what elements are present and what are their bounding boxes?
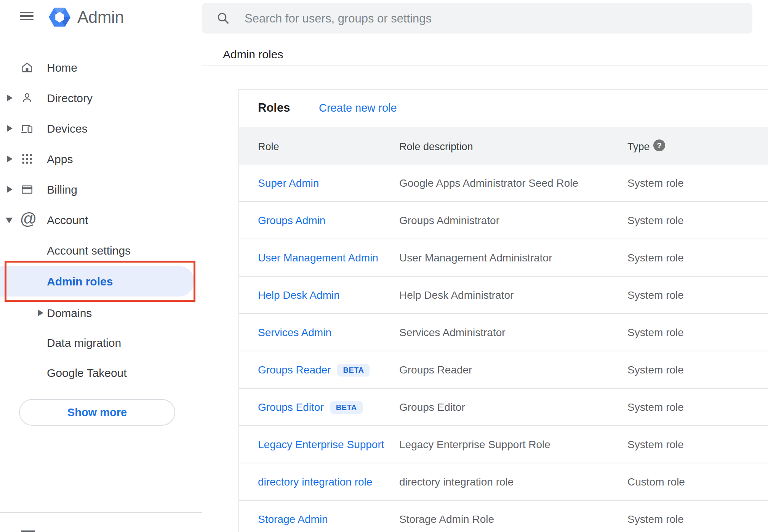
roles-card: Roles Create new role Role Role descript… <box>238 89 768 532</box>
chevron-right-icon <box>7 125 13 132</box>
role-link[interactable]: Help Desk Admin <box>258 289 340 301</box>
sidebar-item-data-migration[interactable]: Data migration <box>0 327 202 358</box>
role-description: Groups Reader <box>399 364 472 376</box>
billing-card-icon <box>21 183 34 196</box>
apps-grid-icon <box>21 152 34 165</box>
role-description: Groups Administrator <box>399 215 499 227</box>
sidebar-item-domains[interactable]: Domains <box>0 298 202 328</box>
beta-badge: BETA <box>330 401 363 414</box>
role-type: System role <box>627 327 684 339</box>
role-link[interactable]: Groups Reader <box>258 364 331 376</box>
sidebar-item-apps[interactable]: Apps <box>0 144 202 174</box>
sidebar-item-directory[interactable]: Directory <box>0 83 202 113</box>
sidebar-item-devices[interactable]: Devices <box>0 113 202 144</box>
role-link[interactable]: Legacy Enterprise Support <box>258 439 384 451</box>
table-row: Groups EditorBETA Groups Editor System r… <box>239 389 768 426</box>
role-description: Groups Editor <box>399 401 465 413</box>
role-type: System role <box>627 252 684 264</box>
column-header-role: Role <box>258 141 279 153</box>
product-name: Admin <box>77 8 124 27</box>
table-row: Super Admin Google Apps Administrator Se… <box>239 165 768 202</box>
role-type: System role <box>627 513 684 526</box>
google-admin-logo <box>49 7 70 27</box>
role-description: Services Administrator <box>399 327 506 339</box>
role-description: directory integration role <box>399 476 514 488</box>
sidebar-item-account[interactable]: @ Account <box>0 205 202 235</box>
clipped-sidebar-icon <box>21 530 35 532</box>
beta-badge: BETA <box>337 364 370 377</box>
create-new-role-link[interactable]: Create new role <box>319 102 397 114</box>
column-header-role-description: Role description <box>399 141 473 153</box>
chevron-right-icon <box>7 155 13 162</box>
role-type: System role <box>627 289 684 301</box>
table-row: User Management Admin User Management Ad… <box>239 239 768 277</box>
person-icon <box>21 91 34 104</box>
chevron-right-icon <box>38 309 43 316</box>
breadcrumb: Admin roles <box>223 48 283 61</box>
sidebar-divider <box>0 512 202 513</box>
annotation-highlight-box <box>5 261 195 302</box>
role-type: System role <box>627 364 684 376</box>
card-title: Roles <box>258 101 290 115</box>
role-description: Legacy Enterprise Support Role <box>399 439 550 451</box>
table-row: Groups ReaderBETA Groups Reader System r… <box>239 351 768 389</box>
search-input[interactable]: Search for users, groups or settings <box>202 3 752 34</box>
table-row: Groups Admin Groups Administrator System… <box>239 202 768 239</box>
hamburger-menu-icon[interactable] <box>20 11 34 21</box>
table-row: Storage Admin Storage Admin Role System … <box>239 501 768 532</box>
chevron-right-icon <box>7 186 13 193</box>
sidebar-item-google-takeout[interactable]: Google Takeout <box>0 357 202 388</box>
role-description: Storage Admin Role <box>399 513 494 526</box>
search-placeholder: Search for users, groups or settings <box>245 12 432 26</box>
show-more-button[interactable]: Show more <box>19 399 175 426</box>
sidebar-item-billing[interactable]: Billing <box>0 174 202 205</box>
table-row: Help Desk Admin Help Desk Administrator … <box>239 277 768 314</box>
role-link[interactable]: User Management Admin <box>258 252 378 264</box>
table-row: Legacy Enterprise Support Legacy Enterpr… <box>239 426 768 463</box>
role-type: System role <box>627 401 684 413</box>
sidebar-item-home[interactable]: Home <box>0 52 202 83</box>
table-row: Services Admin Services Administrator Sy… <box>239 314 768 351</box>
role-link[interactable]: Groups Editor <box>258 401 324 413</box>
home-icon <box>21 61 34 74</box>
devices-icon <box>21 122 34 135</box>
chevron-down-icon <box>6 218 13 223</box>
role-type: System role <box>627 215 684 227</box>
role-link[interactable]: Storage Admin <box>258 513 328 526</box>
table-header: Role Role description Type ? <box>239 127 768 165</box>
role-link[interactable]: directory integration role <box>258 476 372 488</box>
help-icon[interactable]: ? <box>653 139 665 151</box>
role-type: Custom role <box>627 476 685 488</box>
column-header-type: Type <box>627 141 650 153</box>
role-description: Help Desk Administrator <box>399 289 514 301</box>
role-link[interactable]: Super Admin <box>258 177 319 189</box>
role-description: User Management Administrator <box>399 252 552 264</box>
search-icon <box>216 11 230 25</box>
role-link[interactable]: Groups Admin <box>258 215 325 227</box>
table-row: directory integration role directory int… <box>239 463 768 501</box>
chevron-right-icon <box>7 95 13 101</box>
role-link[interactable]: Services Admin <box>258 327 331 339</box>
role-type: System role <box>627 177 684 189</box>
content-divider <box>202 66 768 66</box>
at-sign-icon: @ <box>20 212 33 225</box>
role-type: System role <box>627 439 684 451</box>
role-description: Google Apps Administrator Seed Role <box>399 177 578 189</box>
